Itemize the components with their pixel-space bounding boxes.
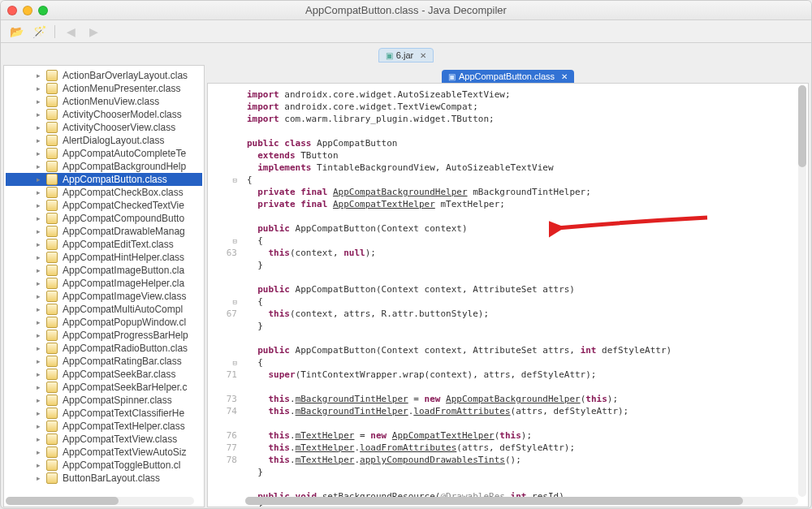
expand-icon[interactable]: ▸ — [37, 474, 41, 482]
tree-item[interactable]: ▸AlertDialogLayout.class — [6, 134, 202, 147]
close-window-button[interactable] — [7, 6, 17, 15]
expand-icon[interactable]: ▸ — [37, 175, 41, 183]
tree-item[interactable]: ▸AppCompatTextHelper.class — [6, 420, 202, 433]
expand-icon[interactable]: ▸ — [37, 435, 41, 443]
tree-item[interactable]: ▸ActionBarOverlayLayout.clas — [6, 69, 202, 82]
tree-item[interactable]: ▸AppCompatCompoundButto — [6, 212, 202, 225]
tree-item-label: AlertDialogLayout.class — [63, 135, 164, 146]
toolbar: 📂 🪄 ◀ ▶ — [1, 20, 811, 43]
expand-icon[interactable]: ▸ — [37, 240, 41, 248]
class-tree[interactable]: ▸ActionBarOverlayLayout.clas▸ActionMenuP… — [4, 66, 204, 507]
expand-icon[interactable]: ▸ — [37, 409, 41, 417]
class-icon — [46, 226, 58, 237]
expand-icon[interactable]: ▸ — [37, 370, 41, 378]
tree-item[interactable]: ▸AppCompatAutoCompleteTe — [6, 147, 202, 160]
tree-item[interactable]: ▸AppCompatCheckBox.class — [6, 186, 202, 199]
tree-item-label: AppCompatAutoCompleteTe — [63, 148, 186, 159]
expand-icon[interactable]: ▸ — [37, 97, 41, 106]
class-icon — [46, 109, 58, 120]
class-icon — [46, 83, 58, 94]
expand-icon[interactable]: ▸ — [37, 201, 41, 209]
expand-icon[interactable]: ▸ — [37, 149, 41, 157]
tree-item[interactable]: ▸ActivityChooserView.class — [6, 121, 202, 134]
expand-icon[interactable]: ▸ — [37, 318, 41, 326]
expand-icon[interactable]: ▸ — [37, 188, 41, 196]
tree-item[interactable]: ▸AppCompatEditText.class — [6, 238, 202, 251]
open-icon[interactable]: 📂 — [9, 24, 24, 39]
expand-icon[interactable]: ▸ — [37, 162, 41, 170]
tree-item[interactable]: ▸ActivityChooserModel.class — [6, 108, 202, 121]
jar-tab[interactable]: ▣ 6.jar ✕ — [378, 48, 434, 63]
tree-item[interactable]: ▸ActionMenuView.class — [6, 95, 202, 108]
class-icon — [46, 200, 58, 211]
expand-icon[interactable]: ▸ — [37, 84, 41, 93]
close-editor-tab-icon[interactable]: ✕ — [561, 72, 568, 81]
expand-icon[interactable]: ▸ — [37, 110, 41, 119]
class-icon — [46, 472, 58, 484]
tree-item[interactable]: ▸AppCompatImageButton.cla — [6, 264, 202, 277]
expand-icon[interactable]: ▸ — [37, 266, 41, 274]
class-icon — [46, 356, 58, 367]
tree-item[interactable]: ▸AppCompatRatingBar.class — [6, 355, 202, 368]
class-icon — [46, 291, 58, 302]
tree-item[interactable]: ▸AppCompatButton.class — [6, 173, 202, 186]
class-icon — [46, 446, 58, 458]
back-icon[interactable]: ◀ — [63, 24, 78, 39]
tree-item[interactable]: ▸AppCompatSeekBar.class — [6, 368, 202, 381]
forward-icon[interactable]: ▶ — [86, 24, 101, 39]
code-editor[interactable]: ⊟ ⊟ 63⊟ 67⊟ 717374767778⊟ 83⊟ 8485 impor… — [207, 83, 809, 507]
tree-item[interactable]: ▸AppCompatProgressBarHelp — [6, 329, 202, 342]
tree-item[interactable]: ▸ActionMenuPresenter.class — [6, 82, 202, 95]
wand-icon[interactable]: 🪄 — [32, 24, 46, 39]
tree-item[interactable]: ▸AppCompatTextViewAutoSiz — [6, 446, 202, 459]
expand-icon[interactable]: ▸ — [37, 305, 41, 313]
tree-item[interactable]: ▸AppCompatDrawableManag — [6, 225, 202, 238]
class-icon — [46, 343, 58, 354]
class-icon — [46, 434, 58, 445]
tree-item[interactable]: ▸AppCompatImageHelper.cla — [6, 277, 202, 290]
expand-icon[interactable]: ▸ — [37, 71, 41, 80]
tree-item[interactable]: ▸AppCompatPopupWindow.cl — [6, 316, 202, 329]
minimize-window-button[interactable] — [23, 6, 32, 15]
class-icon — [46, 304, 58, 315]
expand-icon[interactable]: ▸ — [37, 123, 41, 132]
tree-item[interactable]: ▸AppCompatHintHelper.class — [6, 251, 202, 264]
tree-item[interactable]: ▸AppCompatToggleButton.cl — [6, 459, 202, 472]
tree-item-label: AppCompatTextClassifierHe — [63, 408, 184, 419]
jar-tabbar: ▣ 6.jar ✕ — [1, 43, 811, 63]
tree-item[interactable]: ▸AppCompatSeekBarHelper.c — [6, 381, 202, 394]
tree-item[interactable]: ▸AppCompatCheckedTextVie — [6, 199, 202, 212]
maximize-window-button[interactable] — [38, 6, 48, 15]
expand-icon[interactable]: ▸ — [37, 331, 41, 339]
code-content: import androidx.core.widget.AutoSizeable… — [244, 84, 808, 507]
tree-item[interactable]: ▸AppCompatTextView.class — [6, 433, 202, 446]
tree-item[interactable]: ▸AppCompatImageView.class — [6, 290, 202, 303]
expand-icon[interactable]: ▸ — [37, 214, 41, 222]
expand-icon[interactable]: ▸ — [37, 461, 41, 469]
tree-item[interactable]: ▸ButtonBarLayout.class — [6, 472, 202, 485]
expand-icon[interactable]: ▸ — [37, 422, 41, 430]
expand-icon[interactable]: ▸ — [37, 344, 41, 352]
expand-icon[interactable]: ▸ — [37, 253, 41, 261]
tree-item[interactable]: ▸AppCompatRadioButton.clas — [6, 342, 202, 355]
expand-icon[interactable]: ▸ — [37, 448, 41, 456]
tree-item[interactable]: ▸AppCompatTextClassifierHe — [6, 407, 202, 420]
expand-icon[interactable]: ▸ — [37, 292, 41, 300]
sidebar-hscrollbar[interactable] — [6, 497, 194, 505]
tree-item-label: AppCompatMultiAutoCompl — [63, 304, 183, 315]
editor-tab[interactable]: ▣ AppCompatButton.class ✕ — [442, 70, 574, 83]
editor-hscrollbar[interactable] — [245, 497, 798, 505]
expand-icon[interactable]: ▸ — [37, 279, 41, 287]
close-tab-icon[interactable]: ✕ — [420, 51, 426, 60]
tree-item-label: ActivityChooserView.class — [63, 122, 175, 133]
tree-item[interactable]: ▸AppCompatSpinner.class — [6, 394, 202, 407]
expand-icon[interactable]: ▸ — [37, 383, 41, 391]
editor-vscrollbar[interactable] — [798, 85, 806, 497]
expand-icon[interactable]: ▸ — [37, 136, 41, 145]
expand-icon[interactable]: ▸ — [37, 227, 41, 235]
tree-item[interactable]: ▸AppCompatBackgroundHelp — [6, 160, 202, 173]
tree-item[interactable]: ▸AppCompatMultiAutoCompl — [6, 303, 202, 316]
expand-icon[interactable]: ▸ — [37, 357, 41, 365]
expand-icon[interactable]: ▸ — [37, 396, 41, 404]
tree-item-label: AppCompatDrawableManag — [63, 226, 185, 237]
